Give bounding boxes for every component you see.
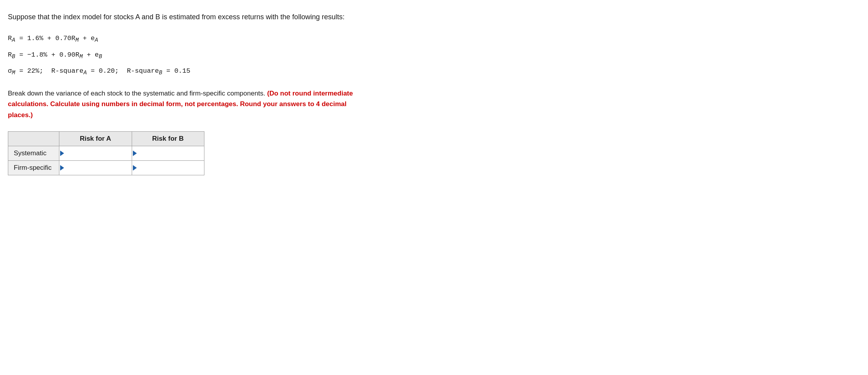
systematic-a-arrow-icon: [60, 151, 64, 156]
instructions-block: Break down the variance of each stock to…: [8, 88, 362, 120]
intro-text: Suppose that the index model for stocks …: [8, 12, 860, 22]
eq2-lhs-sub: B: [12, 53, 15, 60]
firm-specific-b-arrow-icon: [133, 165, 137, 171]
systematic-risk-b-cell[interactable]: [132, 146, 204, 160]
col-header-0: [8, 131, 59, 146]
firm-specific-risk-a-cell[interactable]: [59, 160, 132, 175]
equation-2: RB = −1.8% + 0.90RM + eB: [8, 48, 860, 63]
systematic-risk-b-input[interactable]: [132, 146, 204, 160]
eq3-rsq-a-sub: A: [83, 70, 87, 76]
equation-3: σM = 22%; R-squareA = 0.20; R-squareB = …: [8, 64, 860, 79]
col-header-risk-a: Risk for A: [59, 131, 132, 146]
eq2-end-sub: B: [99, 53, 102, 60]
firm-specific-a-arrow-icon: [60, 165, 64, 171]
equation-1: RA = 1.6% + 0.70RM + eA: [8, 32, 860, 46]
table-row: Firm-specific: [8, 160, 204, 175]
systematic-risk-a-input[interactable]: [59, 146, 132, 160]
systematic-risk-a-cell[interactable]: [59, 146, 132, 160]
table-header-row: Risk for A Risk for B: [8, 131, 204, 146]
row-label-systematic: Systematic: [8, 146, 59, 160]
table-row: Systematic: [8, 146, 204, 160]
eq1-lhs-sub: A: [12, 37, 15, 43]
eq1-rhs-sub: M: [75, 37, 79, 43]
instructions-normal: Break down the variance of each stock to…: [8, 90, 265, 97]
eq3-lhs-sub: M: [12, 70, 15, 76]
row-label-firm-specific: Firm-specific: [8, 160, 59, 175]
firm-specific-risk-b-input[interactable]: [132, 161, 204, 175]
systematic-b-arrow-icon: [133, 151, 137, 156]
eq2-rhs-sub: M: [79, 53, 83, 60]
firm-specific-risk-b-cell[interactable]: [132, 160, 204, 175]
eq1-end-sub: A: [95, 37, 98, 43]
firm-specific-risk-a-input[interactable]: [59, 161, 132, 175]
risk-table: Risk for A Risk for B Systematic Firm-sp…: [8, 131, 204, 175]
col-header-risk-b: Risk for B: [132, 131, 204, 146]
eq3-rsq-b-sub: B: [159, 70, 162, 76]
equations-block: RA = 1.6% + 0.70RM + eA RB = −1.8% + 0.9…: [8, 32, 860, 79]
